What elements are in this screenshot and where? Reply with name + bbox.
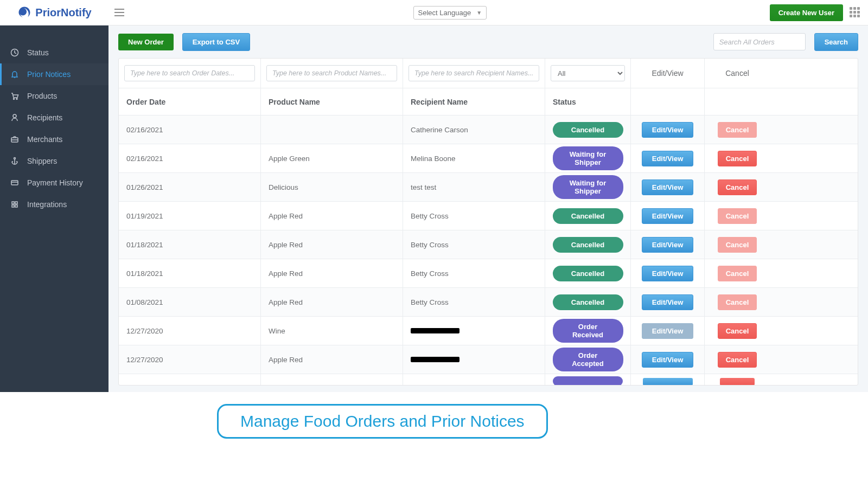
filter-recipient-name[interactable]	[409, 65, 539, 81]
product-name: Apple Red	[261, 288, 403, 316]
sidebar: StatusPrior NoticesProductsRecipientsMer…	[0, 25, 108, 392]
header-recipient-name[interactable]: Recipient Name	[403, 88, 545, 115]
sidebar-item-label: Payment History	[27, 178, 83, 187]
cancel-button[interactable]: Cancel	[718, 352, 757, 368]
edit-view-button[interactable]: Edit/View	[642, 266, 694, 281]
card-icon	[10, 178, 20, 187]
product-name: Wine	[261, 317, 403, 345]
order-date: 02/16/2021	[119, 115, 261, 144]
user-icon	[10, 113, 20, 122]
cancel-button[interactable]: Cancel	[718, 208, 757, 224]
sidebar-item-shippers[interactable]: Shippers	[0, 150, 108, 172]
table-row: 01/18/2021Apple RedBetty CrossCancelledE…	[119, 230, 858, 259]
product-name: Apple Red	[261, 202, 403, 230]
cancel-button[interactable]: Cancel	[718, 151, 757, 166]
sidebar-item-payment-history[interactable]: Payment History	[0, 172, 108, 194]
table-row: 01/18/2021Apple RedBetty CrossCancelledE…	[119, 259, 858, 288]
order-date: 12/27/2020	[119, 317, 261, 345]
product-name: Apple Green	[261, 144, 403, 172]
header-edit-view: Edit/View	[631, 59, 705, 88]
svg-rect-10	[15, 205, 17, 207]
hamburger-icon	[114, 9, 124, 16]
svg-point-2	[16, 99, 17, 100]
edit-view-button[interactable]: Edit/View	[642, 352, 694, 368]
cancel-button[interactable]: Cancel	[718, 323, 757, 339]
sidebar-item-label: Products	[27, 92, 57, 100]
svg-rect-9	[12, 205, 14, 207]
language-select[interactable]: Select Language ▼	[413, 6, 487, 20]
order-date: 02/16/2021	[119, 144, 261, 172]
cancel-button[interactable]: Cancel	[718, 294, 757, 310]
filter-product-name[interactable]	[266, 65, 397, 81]
search-input[interactable]	[713, 33, 806, 50]
sidebar-item-prior-notices[interactable]: Prior Notices	[0, 63, 108, 85]
edit-view-button[interactable]: Edit/View	[642, 179, 694, 195]
anchor-icon	[10, 157, 20, 165]
svg-point-3	[13, 114, 16, 118]
recipient-name: Betty Cross	[411, 212, 449, 220]
status-icon	[10, 48, 20, 57]
logo-swoosh-icon	[17, 5, 32, 20]
export-csv-button[interactable]: Export to CSV	[182, 33, 250, 51]
sidebar-item-merchants[interactable]: Merchants	[0, 129, 108, 150]
logo[interactable]: PriorNotify	[0, 0, 108, 25]
topbar-center: Select Language ▼	[130, 6, 770, 20]
table-row: 12/27/2020Apple RedOrder AcceptedEdit/Vi…	[119, 345, 858, 374]
new-order-button[interactable]: New Order	[118, 34, 174, 50]
status-badge: Order Received	[553, 319, 623, 343]
cancel-button[interactable]: Cancel	[718, 122, 757, 138]
bell-icon	[10, 70, 20, 79]
edit-view-button[interactable]: Edit/View	[642, 208, 694, 224]
edit-view-button[interactable]: Edit/View	[642, 122, 694, 138]
edit-view-button[interactable]: Edit/View	[642, 294, 694, 310]
order-date: 01/18/2021	[119, 259, 261, 287]
edit-view-button[interactable]: Edit/View	[642, 151, 694, 166]
sidebar-item-label: Merchants	[27, 135, 62, 144]
edit-view-button[interactable]: Edit/View	[642, 323, 694, 339]
language-label: Select Language	[418, 9, 471, 17]
apps-grid-icon[interactable]	[850, 7, 860, 18]
status-badge: Waiting for Shipper	[553, 146, 623, 170]
menu-toggle[interactable]	[108, 0, 130, 25]
cancel-button[interactable]: Cancel	[718, 179, 757, 195]
product-name	[261, 115, 403, 144]
status-badge: Cancelled	[553, 266, 623, 281]
recipient-name: Betty Cross	[411, 269, 449, 278]
recipient-name: Catherine Carson	[411, 126, 468, 134]
product-name: Apple Red	[261, 230, 403, 259]
cancel-button[interactable]: Cancel	[718, 237, 757, 253]
cancel-button[interactable]: Cancel	[718, 266, 757, 281]
caret-down-icon: ▼	[476, 10, 482, 16]
redacted-text	[411, 328, 459, 333]
product-name: Apple Red	[261, 259, 403, 287]
header-status[interactable]: Status	[545, 88, 631, 115]
toolbar: New Order Export to CSV Search	[108, 25, 868, 58]
svg-point-1	[14, 99, 15, 100]
sidebar-item-products[interactable]: Products	[0, 85, 108, 107]
search-button[interactable]: Search	[814, 33, 858, 51]
header-order-date[interactable]: Order Date	[119, 88, 261, 115]
briefcase-icon	[10, 135, 20, 144]
create-user-button[interactable]: Create New User	[770, 4, 843, 21]
recipient-name: Melina Boone	[411, 155, 456, 163]
table-row: 01/26/2021Delicioustest testWaiting for …	[119, 173, 858, 202]
order-date: 01/26/2021	[119, 173, 261, 201]
product-name: Apple Red	[261, 345, 403, 374]
sidebar-item-integrations[interactable]: Integrations	[0, 194, 108, 215]
recipient-name: Betty Cross	[411, 298, 449, 306]
table-row: 12/27/2020WineOrder ReceivedEdit/ViewCan…	[119, 317, 858, 345]
table-row: 01/08/2021Apple RedBetty CrossCancelledE…	[119, 288, 858, 317]
edit-view-button[interactable]: Edit/View	[642, 237, 694, 253]
sidebar-item-status[interactable]: Status	[0, 42, 108, 63]
filter-order-date[interactable]	[124, 65, 255, 81]
layout: StatusPrior NoticesProductsRecipientsMer…	[0, 25, 868, 392]
brand-name: PriorNotify	[35, 7, 91, 19]
table-row: 01/19/2021Apple RedBetty CrossCancelledE…	[119, 202, 858, 230]
filter-status-select[interactable]: All	[551, 65, 625, 81]
status-badge: Cancelled	[553, 122, 623, 138]
sidebar-item-label: Shippers	[27, 157, 57, 165]
topbar: PriorNotify Select Language ▼ Create New…	[0, 0, 868, 25]
header-product-name[interactable]: Product Name	[261, 88, 403, 115]
sidebar-item-recipients[interactable]: Recipients	[0, 107, 108, 129]
product-name: Delicious	[261, 173, 403, 201]
